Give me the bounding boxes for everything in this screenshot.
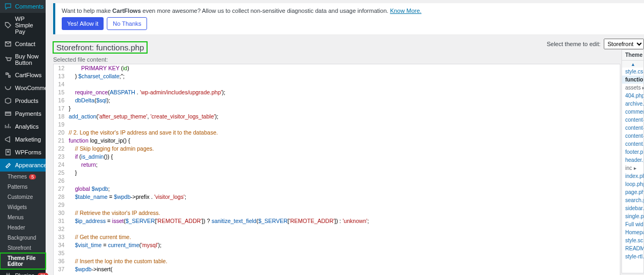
sidebar-item-appearance[interactable]: Appearance [0, 159, 46, 172]
code-line[interactable]: 30 // Retrieve the visitor's IP address. [54, 209, 620, 217]
code-line[interactable]: 35 [54, 249, 620, 257]
code-text[interactable]: require_once(ABSPATH . 'wp-admin/include… [69, 88, 620, 96]
code-line[interactable]: 22 // Skip logging for admin pages. [54, 145, 620, 153]
code-text[interactable]: $ip_address = isset($_SERVER['REMOTE_ADD… [69, 217, 620, 225]
file-item[interactable]: header.php [622, 156, 643, 164]
submenu-header[interactable]: Header [0, 222, 46, 233]
file-item[interactable]: archive.php [622, 100, 643, 108]
code-text[interactable]: global $wpdb; [69, 185, 620, 193]
code-text[interactable]: if (is_admin()) { [69, 153, 620, 161]
code-text[interactable]: ) $charset_collate;"; [69, 72, 620, 80]
code-text[interactable]: $table_name = $wpdb->prefix . 'visitor_l… [69, 193, 620, 201]
file-item[interactable]: inc ▸ [622, 164, 643, 172]
file-item[interactable]: style-rtl.css [622, 252, 643, 261]
sidebar-item-wpforms[interactable]: WPForms [0, 146, 46, 159]
code-line[interactable]: 26 [54, 177, 620, 185]
code-line[interactable]: 12 PRIMARY KEY (id) [54, 64, 620, 72]
code-text[interactable]: PRIMARY KEY (id) [69, 64, 620, 72]
no-thanks-button[interactable]: No Thanks [107, 17, 147, 30]
code-line[interactable]: 23 if (is_admin()) { [54, 153, 620, 161]
submenu-customize[interactable]: Customize [0, 192, 46, 202]
code-text[interactable]: dbDelta($sql); [69, 96, 620, 105]
code-line[interactable]: 18add_action('after_setup_theme', 'creat… [54, 113, 620, 121]
sidebar-item-cartflows[interactable]: CartFlows [0, 69, 46, 81]
sidebar-item-wp-simple-pay[interactable]: WP Simple Pay [0, 13, 46, 38]
code-text[interactable]: } [69, 169, 620, 177]
code-line[interactable]: 14 [54, 80, 620, 88]
file-item[interactable]: content-page.php [622, 124, 643, 132]
code-text[interactable]: } [69, 105, 620, 113]
file-item[interactable]: style.scss [622, 236, 643, 244]
code-text[interactable] [69, 177, 620, 185]
code-text[interactable] [69, 249, 620, 257]
code-line[interactable]: 20// 2. Log the visitor's IP address and… [54, 129, 620, 137]
code-line[interactable]: 34 $visit_time = current_time('mysql'); [54, 241, 620, 249]
code-text[interactable]: $visit_time = current_time('mysql'); [69, 241, 620, 249]
file-item[interactable]: content.php [622, 140, 643, 148]
sidebar-item-woocommerce[interactable]: WooCommerce [0, 81, 46, 94]
code-text[interactable] [69, 80, 620, 88]
code-line[interactable]: 16 dbDelta($sql); [54, 96, 620, 105]
file-item[interactable]: single.php [622, 212, 643, 220]
code-line[interactable]: 15 require_once(ABSPATH . 'wp-admin/incl… [54, 88, 620, 96]
file-item[interactable]: content-single.php [622, 132, 643, 140]
code-text[interactable]: // Skip logging for admin pages. [69, 145, 620, 153]
code-text[interactable]: add_action('after_setup_theme', 'create_… [69, 113, 620, 121]
code-line[interactable]: 36 // Insert the log into the custom tab… [54, 257, 620, 265]
submenu-storefront[interactable]: Storefront [0, 243, 46, 253]
code-line[interactable]: 33 // Get the current time. [54, 233, 620, 241]
submenu-patterns[interactable]: Patterns [0, 182, 46, 192]
code-line[interactable]: 24 return; [54, 161, 620, 169]
file-item[interactable]: page.php [622, 188, 643, 196]
file-item[interactable]: Homepage template [622, 228, 643, 236]
sidebar-item-products[interactable]: Products [0, 94, 46, 107]
code-line[interactable]: 29 [54, 201, 620, 209]
code-line[interactable]: 25 } [54, 169, 620, 177]
code-text[interactable] [69, 121, 620, 129]
code-text[interactable]: $wpdb->insert( [69, 265, 620, 273]
code-line[interactable]: 21function log_visitor_ip() { [54, 137, 620, 145]
sidebar-item-plugins[interactable]: Plugins21 [0, 269, 46, 275]
theme-select[interactable]: Storefront [604, 39, 644, 49]
code-text[interactable] [69, 201, 620, 209]
submenu-themes[interactable]: Themes5 [0, 172, 46, 182]
code-text[interactable]: // 2. Log the visitor's IP address and s… [69, 129, 620, 137]
code-text[interactable]: function log_visitor_ip() { [69, 137, 620, 145]
sidebar-item-buy-now-button[interactable]: Buy Now Button [0, 50, 46, 69]
file-item[interactable]: assets ▸ [622, 84, 643, 92]
code-line[interactable]: 27 global $wpdb; [54, 185, 620, 193]
code-line[interactable]: 37 $wpdb->insert( [54, 265, 620, 273]
file-item[interactable]: index.php [622, 172, 643, 180]
code-line[interactable]: 28 $table_name = $wpdb->prefix . 'visito… [54, 193, 620, 201]
file-item[interactable]: Full width template [622, 220, 643, 228]
code-line[interactable]: 32 [54, 225, 620, 233]
filepane-scroll-up[interactable]: ▴ [622, 61, 643, 68]
sidebar-item-comments[interactable]: Comments [0, 0, 46, 13]
submenu-theme-file-editor[interactable]: Theme File Editor [0, 253, 46, 269]
sidebar-item-contact[interactable]: Contact [0, 38, 46, 50]
file-item[interactable]: content-none.php [622, 116, 643, 124]
submenu-background[interactable]: Background [0, 233, 46, 243]
code-line[interactable]: 19 [54, 121, 620, 129]
code-text[interactable]: // Get the current time. [69, 233, 620, 241]
sidebar-item-analytics[interactable]: Analytics [0, 120, 46, 133]
sidebar-item-payments[interactable]: Payments [0, 107, 46, 120]
file-item[interactable]: sidebar.php [622, 204, 643, 212]
code-line[interactable]: 17} [54, 105, 620, 113]
allow-button[interactable]: Yes! Allow it [62, 17, 104, 30]
sidebar-item-marketing[interactable]: Marketing [0, 133, 46, 146]
code-line[interactable]: 13 ) $charset_collate;"; [54, 72, 620, 80]
code-text[interactable]: return; [69, 161, 620, 169]
code-line[interactable]: 31 $ip_address = isset($_SERVER['REMOTE_… [54, 217, 620, 225]
file-item[interactable]: comments.php [622, 108, 643, 116]
code-text[interactable]: // Retrieve the visitor's IP address. [69, 209, 620, 217]
file-item[interactable]: footer.php [622, 148, 643, 156]
file-item[interactable]: style.css [622, 68, 643, 76]
code-text[interactable]: // Insert the log into the custom table. [69, 257, 620, 265]
file-item[interactable]: loop.php [622, 180, 643, 188]
code-text[interactable] [69, 225, 620, 233]
code-editor[interactable]: 12 PRIMARY KEY (id)13 ) $charset_collate… [53, 64, 620, 275]
file-item[interactable]: functions.php [622, 76, 643, 84]
file-item[interactable]: search.php [622, 196, 643, 204]
file-item[interactable]: 404.php [622, 92, 643, 100]
